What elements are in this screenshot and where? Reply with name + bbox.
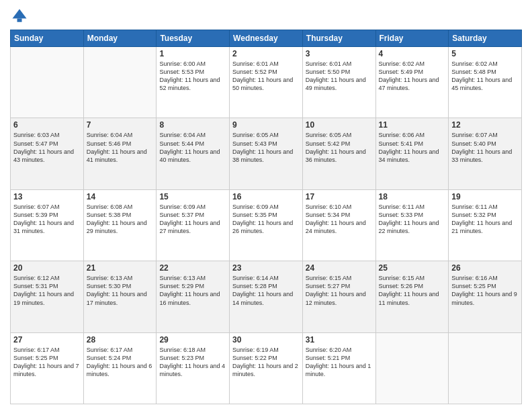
calendar-cell: 27Sunrise: 6:17 AMSunset: 5:25 PMDayligh… — [11, 332, 84, 404]
day-number: 23 — [232, 263, 300, 273]
day-number: 6 — [13, 120, 81, 130]
day-info: Sunrise: 6:04 AMSunset: 5:46 PMDaylight:… — [87, 131, 154, 164]
day-number: 13 — [13, 192, 81, 201]
calendar-cell: 10Sunrise: 6:05 AMSunset: 5:42 PMDayligh… — [302, 118, 375, 189]
day-number: 31 — [306, 335, 373, 345]
day-number: 2 — [232, 49, 300, 58]
calendar-cell: 11Sunrise: 6:06 AMSunset: 5:41 PMDayligh… — [375, 118, 449, 189]
weekday-header-friday: Friday — [375, 30, 449, 47]
day-info: Sunrise: 6:15 AMSunset: 5:26 PMDaylight:… — [379, 274, 446, 307]
day-info: Sunrise: 6:11 AMSunset: 5:33 PMDaylight:… — [379, 203, 446, 236]
logo — [10, 7, 32, 26]
day-info: Sunrise: 6:11 AMSunset: 5:32 PMDaylight:… — [451, 203, 519, 236]
weekday-header-row: SundayMondayTuesdayWednesdayThursdayFrid… — [11, 30, 522, 47]
calendar-cell: 18Sunrise: 6:11 AMSunset: 5:33 PMDayligh… — [375, 189, 449, 261]
day-info: Sunrise: 6:00 AMSunset: 5:53 PMDaylight:… — [159, 60, 226, 93]
day-info: Sunrise: 6:07 AMSunset: 5:39 PMDaylight:… — [13, 203, 81, 236]
weekday-header-saturday: Saturday — [449, 30, 522, 47]
calendar-cell: 3Sunrise: 6:01 AMSunset: 5:50 PMDaylight… — [302, 47, 375, 118]
day-number: 15 — [159, 192, 226, 201]
day-info: Sunrise: 6:06 AMSunset: 5:41 PMDaylight:… — [379, 131, 446, 164]
header — [10, 7, 522, 26]
day-info: Sunrise: 6:01 AMSunset: 5:50 PMDaylight:… — [306, 60, 373, 93]
calendar-cell: 24Sunrise: 6:15 AMSunset: 5:27 PMDayligh… — [302, 261, 375, 332]
day-number: 10 — [306, 120, 373, 130]
day-info: Sunrise: 6:14 AMSunset: 5:28 PMDaylight:… — [232, 274, 300, 307]
calendar-cell: 28Sunrise: 6:17 AMSunset: 5:24 PMDayligh… — [83, 332, 157, 404]
calendar-cell: 6Sunrise: 6:03 AMSunset: 5:47 PMDaylight… — [11, 118, 84, 189]
svg-marker-0 — [13, 9, 27, 19]
calendar-cell: 9Sunrise: 6:05 AMSunset: 5:43 PMDaylight… — [230, 118, 303, 189]
day-number: 29 — [159, 335, 226, 345]
calendar-week-row: 20Sunrise: 6:12 AMSunset: 5:31 PMDayligh… — [11, 261, 522, 332]
weekday-header-sunday: Sunday — [11, 30, 84, 47]
day-info: Sunrise: 6:13 AMSunset: 5:30 PMDaylight:… — [87, 274, 154, 307]
day-number: 12 — [451, 120, 519, 130]
day-info: Sunrise: 6:12 AMSunset: 5:31 PMDaylight:… — [13, 274, 81, 307]
day-number: 27 — [13, 335, 81, 345]
day-number: 19 — [451, 192, 519, 201]
day-number: 9 — [232, 120, 300, 130]
day-info: Sunrise: 6:16 AMSunset: 5:25 PMDaylight:… — [451, 274, 519, 307]
weekday-header-thursday: Thursday — [302, 30, 375, 47]
calendar-cell: 16Sunrise: 6:09 AMSunset: 5:35 PMDayligh… — [230, 189, 303, 261]
day-number: 11 — [379, 120, 446, 130]
svg-rect-1 — [17, 19, 22, 22]
calendar-cell: 5Sunrise: 6:02 AMSunset: 5:48 PMDaylight… — [449, 47, 522, 118]
day-info: Sunrise: 6:18 AMSunset: 5:23 PMDaylight:… — [159, 346, 226, 379]
calendar-cell: 8Sunrise: 6:04 AMSunset: 5:44 PMDaylight… — [157, 118, 230, 189]
day-info: Sunrise: 6:09 AMSunset: 5:37 PMDaylight:… — [159, 203, 226, 236]
calendar-cell: 25Sunrise: 6:15 AMSunset: 5:26 PMDayligh… — [375, 261, 449, 332]
day-info: Sunrise: 6:02 AMSunset: 5:49 PMDaylight:… — [379, 60, 446, 93]
day-number: 24 — [306, 263, 373, 273]
calendar-week-row: 27Sunrise: 6:17 AMSunset: 5:25 PMDayligh… — [11, 332, 522, 404]
day-number: 1 — [159, 49, 226, 58]
day-number: 25 — [379, 263, 446, 273]
calendar-cell: 29Sunrise: 6:18 AMSunset: 5:23 PMDayligh… — [157, 332, 230, 404]
day-info: Sunrise: 6:15 AMSunset: 5:27 PMDaylight:… — [306, 274, 373, 307]
calendar-week-row: 1Sunrise: 6:00 AMSunset: 5:53 PMDaylight… — [11, 47, 522, 118]
day-number: 30 — [232, 335, 300, 345]
day-info: Sunrise: 6:01 AMSunset: 5:52 PMDaylight:… — [232, 60, 300, 93]
calendar-cell: 14Sunrise: 6:08 AMSunset: 5:38 PMDayligh… — [83, 189, 157, 261]
day-number: 8 — [159, 120, 226, 130]
calendar-cell: 17Sunrise: 6:10 AMSunset: 5:34 PMDayligh… — [302, 189, 375, 261]
day-info: Sunrise: 6:13 AMSunset: 5:29 PMDaylight:… — [159, 274, 226, 307]
day-number: 4 — [379, 49, 446, 58]
day-info: Sunrise: 6:17 AMSunset: 5:24 PMDaylight:… — [87, 346, 154, 379]
day-number: 14 — [87, 192, 154, 201]
day-number: 28 — [87, 335, 154, 345]
calendar-cell: 19Sunrise: 6:11 AMSunset: 5:32 PMDayligh… — [449, 189, 522, 261]
calendar-cell: 30Sunrise: 6:19 AMSunset: 5:22 PMDayligh… — [230, 332, 303, 404]
calendar-cell: 15Sunrise: 6:09 AMSunset: 5:37 PMDayligh… — [157, 189, 230, 261]
calendar-cell — [375, 332, 449, 404]
day-number: 22 — [159, 263, 226, 273]
day-info: Sunrise: 6:20 AMSunset: 5:21 PMDaylight:… — [306, 346, 373, 379]
logo-icon — [10, 7, 29, 26]
calendar-cell — [449, 332, 522, 404]
calendar-cell: 2Sunrise: 6:01 AMSunset: 5:52 PMDaylight… — [230, 47, 303, 118]
calendar-cell — [83, 47, 157, 118]
day-info: Sunrise: 6:17 AMSunset: 5:25 PMDaylight:… — [13, 346, 81, 379]
calendar-table: SundayMondayTuesdayWednesdayThursdayFrid… — [10, 30, 522, 404]
day-info: Sunrise: 6:05 AMSunset: 5:43 PMDaylight:… — [232, 131, 300, 164]
day-info: Sunrise: 6:05 AMSunset: 5:42 PMDaylight:… — [306, 131, 373, 164]
day-number: 18 — [379, 192, 446, 201]
calendar-cell: 20Sunrise: 6:12 AMSunset: 5:31 PMDayligh… — [11, 261, 84, 332]
day-number: 20 — [13, 263, 81, 273]
calendar-week-row: 13Sunrise: 6:07 AMSunset: 5:39 PMDayligh… — [11, 189, 522, 261]
day-info: Sunrise: 6:08 AMSunset: 5:38 PMDaylight:… — [87, 203, 154, 236]
calendar-cell: 12Sunrise: 6:07 AMSunset: 5:40 PMDayligh… — [449, 118, 522, 189]
day-info: Sunrise: 6:09 AMSunset: 5:35 PMDaylight:… — [232, 203, 300, 236]
day-info: Sunrise: 6:02 AMSunset: 5:48 PMDaylight:… — [451, 60, 519, 93]
day-number: 3 — [306, 49, 373, 58]
calendar-cell: 1Sunrise: 6:00 AMSunset: 5:53 PMDaylight… — [157, 47, 230, 118]
day-number: 21 — [87, 263, 154, 273]
day-number: 16 — [232, 192, 300, 201]
calendar-cell: 31Sunrise: 6:20 AMSunset: 5:21 PMDayligh… — [302, 332, 375, 404]
day-info: Sunrise: 6:04 AMSunset: 5:44 PMDaylight:… — [159, 131, 226, 164]
day-number: 17 — [306, 192, 373, 201]
day-info: Sunrise: 6:03 AMSunset: 5:47 PMDaylight:… — [13, 131, 81, 164]
calendar-week-row: 6Sunrise: 6:03 AMSunset: 5:47 PMDaylight… — [11, 118, 522, 189]
calendar-cell: 13Sunrise: 6:07 AMSunset: 5:39 PMDayligh… — [11, 189, 84, 261]
